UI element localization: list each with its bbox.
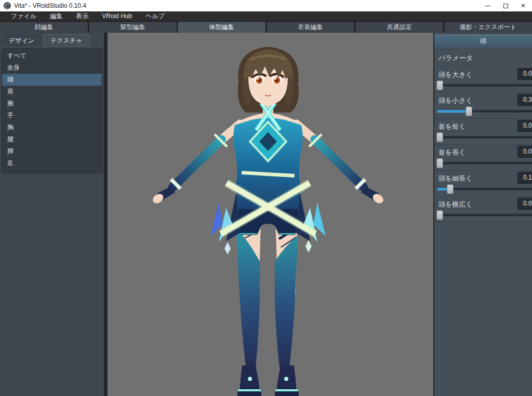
viewport-3d[interactable] (108, 33, 433, 396)
slider-value-field[interactable]: 0.12 (517, 172, 532, 184)
slider-value-field[interactable]: 0.00 (517, 146, 532, 158)
sidebar-divider (104, 33, 108, 396)
menu-item[interactable]: 編集 (43, 11, 69, 21)
list-item[interactable]: 全身 (2, 62, 102, 74)
list-item[interactable]: 頭 (2, 74, 102, 86)
slider-handle[interactable] (436, 210, 443, 220)
slider-group: 頭を大きく 0.00 (434, 67, 532, 93)
slider-handle[interactable] (436, 132, 443, 142)
slider-track[interactable] (437, 162, 532, 165)
minimize-button[interactable] (479, 0, 497, 11)
list-item[interactable]: 足 (2, 157, 102, 169)
list-item[interactable]: 胸 (2, 121, 102, 133)
list-item[interactable]: 腰 (2, 133, 102, 145)
window-title: Vita* - VRoidStudio 0.10.4 (14, 2, 86, 9)
close-icon: ✕ (521, 3, 526, 9)
content-area: デザイン テクスチャ すべて全身頭肩腕手胸腰脚足 (0, 33, 532, 396)
close-button[interactable]: ✕ (514, 0, 532, 11)
minimize-icon (485, 6, 490, 6)
app-icon (4, 2, 11, 9)
parameter-panel: 頭 パラメータ 頭を大きく 0.00 頭を小さく 0.33 (433, 33, 532, 396)
main-tab[interactable]: 共通設定 (355, 22, 443, 33)
slider-label: 頭を小さく (438, 96, 473, 105)
slider-value-field[interactable]: 0.00 (517, 68, 532, 80)
slider-group: 頭を横広く 0.00 (434, 197, 532, 223)
slider-track[interactable] (437, 136, 532, 139)
slider-value-field[interactable]: 0.33 (517, 94, 532, 106)
tab-design[interactable]: デザイン (2, 34, 42, 46)
slider-label: 頭を細長く (438, 174, 473, 183)
list-item[interactable]: 手 (2, 110, 102, 121)
slider-label: 頭を横広く (438, 200, 473, 209)
main-tab[interactable]: 髪型編集 (89, 22, 177, 33)
maximize-icon (503, 4, 508, 8)
app-window: Vita* - VRoidStudio 0.10.4 ✕ ファイル編集表示VRo… (0, 0, 532, 396)
slider-handle[interactable] (436, 80, 443, 90)
parameter-section-label: パラメータ (438, 53, 532, 63)
menu-item[interactable]: VRoid Hub (95, 11, 139, 21)
list-item[interactable]: すべて (2, 50, 102, 62)
character-model[interactable] (108, 33, 433, 396)
menu-bar: ファイル編集表示VRoid Hubヘルプ (0, 11, 532, 21)
slider-group: 首を短く 0.00 (434, 119, 532, 145)
menu-item[interactable]: 表示 (69, 11, 95, 21)
list-item[interactable]: 腕 (2, 98, 102, 110)
sidebar: デザイン テクスチャ すべて全身頭肩腕手胸腰脚足 (0, 33, 104, 396)
slider-track[interactable] (437, 84, 532, 87)
slider-group: 頭を小さく 0.33 (434, 93, 532, 119)
slider-label: 首を長く (438, 148, 466, 157)
list-item[interactable]: 脚 (2, 145, 102, 157)
menu-item[interactable]: ファイル (4, 11, 43, 21)
list-item[interactable]: 肩 (2, 86, 102, 98)
sidebar-tabs: デザイン テクスチャ (0, 33, 104, 47)
slider-value-field[interactable]: 0.00 (517, 120, 532, 132)
menu-item[interactable]: ヘルプ (139, 11, 171, 21)
slider-label: 首を短く (438, 122, 466, 131)
slider-label: 頭を大きく (438, 70, 473, 79)
slider-group: 頭を細長く 0.12 (434, 171, 532, 197)
slider-group: 首を長く 0.00 (434, 145, 532, 171)
body-part-list: すべて全身頭肩腕手胸腰脚足 (2, 48, 102, 173)
maximize-button[interactable] (497, 0, 514, 11)
slider-value-field[interactable]: 0.00 (517, 198, 532, 210)
main-tab[interactable]: 撮影・エクスポート (444, 22, 532, 33)
window-controls: ✕ (479, 0, 532, 11)
main-tab[interactable]: 体型編集 (178, 22, 265, 33)
title-bar: Vita* - VRoidStudio 0.10.4 ✕ (0, 0, 532, 11)
slider-handle[interactable] (436, 158, 443, 168)
slider-handle[interactable] (466, 106, 472, 116)
panel-header[interactable]: 頭 (434, 35, 532, 47)
main-tab[interactable]: 顔編集 (0, 22, 88, 33)
slider-handle[interactable] (447, 184, 454, 194)
main-tab[interactable]: 衣装編集 (267, 22, 354, 33)
slider-list: 頭を大きく 0.00 頭を小さく 0.33 (434, 67, 532, 223)
tab-texture[interactable]: テクスチャ (43, 34, 89, 46)
main-tab-bar: 顔編集髪型編集体型編集衣装編集共通設定撮影・エクスポート (0, 21, 532, 33)
slider-track[interactable] (437, 214, 532, 216)
slider-track[interactable] (437, 110, 532, 113)
